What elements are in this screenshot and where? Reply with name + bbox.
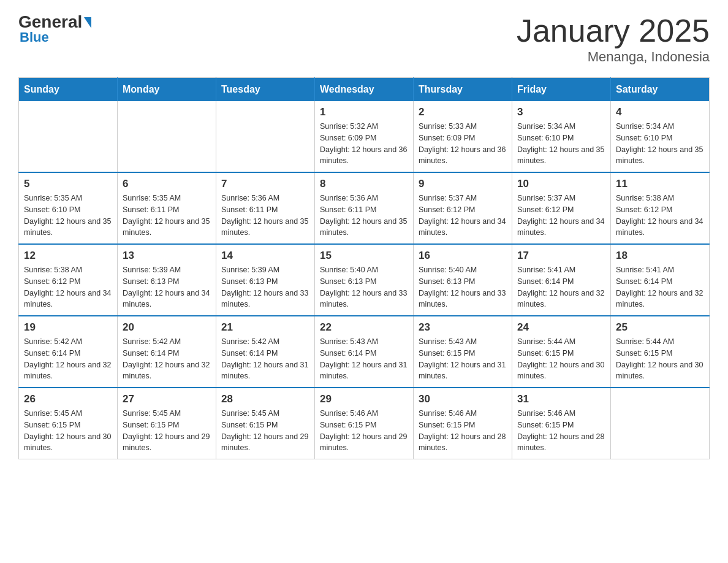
day-info: Sunrise: 5:34 AM Sunset: 6:10 PM Dayligh… <box>616 121 704 167</box>
day-number: 10 <box>517 178 605 190</box>
calendar-week-row: 1Sunrise: 5:32 AM Sunset: 6:09 PM Daylig… <box>19 101 710 172</box>
day-number: 27 <box>123 393 211 405</box>
calendar-cell: 13Sunrise: 5:39 AM Sunset: 6:13 PM Dayli… <box>118 244 216 316</box>
day-info: Sunrise: 5:34 AM Sunset: 6:10 PM Dayligh… <box>517 121 605 167</box>
calendar-body: 1Sunrise: 5:32 AM Sunset: 6:09 PM Daylig… <box>19 101 710 459</box>
day-info: Sunrise: 5:46 AM Sunset: 6:15 PM Dayligh… <box>517 408 605 454</box>
calendar-cell: 18Sunrise: 5:41 AM Sunset: 6:14 PM Dayli… <box>611 244 710 316</box>
day-number: 8 <box>320 178 408 190</box>
calendar-week-row: 26Sunrise: 5:45 AM Sunset: 6:15 PM Dayli… <box>19 388 710 459</box>
calendar-cell <box>216 101 315 172</box>
calendar-cell: 4Sunrise: 5:34 AM Sunset: 6:10 PM Daylig… <box>611 101 710 172</box>
day-info: Sunrise: 5:35 AM Sunset: 6:11 PM Dayligh… <box>123 193 211 239</box>
calendar-cell: 1Sunrise: 5:32 AM Sunset: 6:09 PM Daylig… <box>315 101 414 172</box>
calendar-cell: 10Sunrise: 5:37 AM Sunset: 6:12 PM Dayli… <box>512 172 611 244</box>
logo-arrow-icon <box>84 17 91 28</box>
day-info: Sunrise: 5:45 AM Sunset: 6:15 PM Dayligh… <box>24 408 112 454</box>
day-info: Sunrise: 5:40 AM Sunset: 6:13 PM Dayligh… <box>320 264 408 310</box>
calendar-cell <box>19 101 118 172</box>
day-number: 22 <box>320 321 408 334</box>
day-info: Sunrise: 5:44 AM Sunset: 6:15 PM Dayligh… <box>517 336 605 382</box>
logo: General Blue <box>18 12 91 45</box>
day-of-week-header: Friday <box>512 78 611 102</box>
calendar-cell: 31Sunrise: 5:46 AM Sunset: 6:15 PM Dayli… <box>512 388 611 459</box>
day-info: Sunrise: 5:36 AM Sunset: 6:11 PM Dayligh… <box>320 193 408 239</box>
calendar-cell: 7Sunrise: 5:36 AM Sunset: 6:11 PM Daylig… <box>216 172 315 244</box>
day-number: 4 <box>616 106 704 118</box>
calendar-cell <box>611 388 710 459</box>
calendar-cell <box>118 101 216 172</box>
calendar-cell: 2Sunrise: 5:33 AM Sunset: 6:09 PM Daylig… <box>414 101 512 172</box>
calendar-week-row: 5Sunrise: 5:35 AM Sunset: 6:10 PM Daylig… <box>19 172 710 244</box>
day-info: Sunrise: 5:41 AM Sunset: 6:14 PM Dayligh… <box>616 264 704 310</box>
day-info: Sunrise: 5:33 AM Sunset: 6:09 PM Dayligh… <box>419 121 507 167</box>
day-of-week-header: Sunday <box>19 78 118 102</box>
day-number: 3 <box>517 106 605 118</box>
day-info: Sunrise: 5:45 AM Sunset: 6:15 PM Dayligh… <box>123 408 211 454</box>
day-number: 24 <box>517 321 605 334</box>
day-number: 20 <box>123 321 211 334</box>
day-info: Sunrise: 5:39 AM Sunset: 6:13 PM Dayligh… <box>123 264 211 310</box>
calendar-cell: 12Sunrise: 5:38 AM Sunset: 6:12 PM Dayli… <box>19 244 118 316</box>
day-number: 9 <box>419 178 507 190</box>
day-info: Sunrise: 5:38 AM Sunset: 6:12 PM Dayligh… <box>616 193 704 239</box>
day-of-week-header: Thursday <box>414 78 512 102</box>
day-info: Sunrise: 5:42 AM Sunset: 6:14 PM Dayligh… <box>221 336 309 382</box>
calendar-cell: 21Sunrise: 5:42 AM Sunset: 6:14 PM Dayli… <box>216 316 315 388</box>
day-number: 16 <box>419 250 507 262</box>
calendar-cell: 25Sunrise: 5:44 AM Sunset: 6:15 PM Dayli… <box>611 316 710 388</box>
calendar-cell: 8Sunrise: 5:36 AM Sunset: 6:11 PM Daylig… <box>315 172 414 244</box>
day-number: 12 <box>24 250 112 262</box>
day-number: 14 <box>221 250 309 262</box>
calendar-cell: 30Sunrise: 5:46 AM Sunset: 6:15 PM Dayli… <box>414 388 512 459</box>
day-info: Sunrise: 5:42 AM Sunset: 6:14 PM Dayligh… <box>24 336 112 382</box>
calendar-cell: 20Sunrise: 5:42 AM Sunset: 6:14 PM Dayli… <box>118 316 216 388</box>
calendar-cell: 6Sunrise: 5:35 AM Sunset: 6:11 PM Daylig… <box>118 172 216 244</box>
day-of-week-header: Saturday <box>611 78 710 102</box>
day-info: Sunrise: 5:42 AM Sunset: 6:14 PM Dayligh… <box>123 336 211 382</box>
day-info: Sunrise: 5:40 AM Sunset: 6:13 PM Dayligh… <box>419 264 507 310</box>
day-number: 1 <box>320 106 408 118</box>
day-number: 23 <box>419 321 507 334</box>
calendar-subtitle: Menanga, Indonesia <box>517 49 710 65</box>
day-number: 7 <box>221 178 309 190</box>
day-number: 11 <box>616 178 704 190</box>
day-info: Sunrise: 5:43 AM Sunset: 6:14 PM Dayligh… <box>320 336 408 382</box>
day-number: 18 <box>616 250 704 262</box>
day-info: Sunrise: 5:37 AM Sunset: 6:12 PM Dayligh… <box>517 193 605 239</box>
day-number: 6 <box>123 178 211 190</box>
day-number: 19 <box>24 321 112 334</box>
calendar-cell: 14Sunrise: 5:39 AM Sunset: 6:13 PM Dayli… <box>216 244 315 316</box>
days-of-week-row: SundayMondayTuesdayWednesdayThursdayFrid… <box>19 78 710 102</box>
calendar-cell: 5Sunrise: 5:35 AM Sunset: 6:10 PM Daylig… <box>19 172 118 244</box>
calendar-cell: 11Sunrise: 5:38 AM Sunset: 6:12 PM Dayli… <box>611 172 710 244</box>
calendar-cell: 23Sunrise: 5:43 AM Sunset: 6:15 PM Dayli… <box>414 316 512 388</box>
day-number: 13 <box>123 250 211 262</box>
calendar-week-row: 19Sunrise: 5:42 AM Sunset: 6:14 PM Dayli… <box>19 316 710 388</box>
calendar-cell: 19Sunrise: 5:42 AM Sunset: 6:14 PM Dayli… <box>19 316 118 388</box>
day-of-week-header: Tuesday <box>216 78 315 102</box>
day-info: Sunrise: 5:46 AM Sunset: 6:15 PM Dayligh… <box>320 408 408 454</box>
day-info: Sunrise: 5:32 AM Sunset: 6:09 PM Dayligh… <box>320 121 408 167</box>
calendar-week-row: 12Sunrise: 5:38 AM Sunset: 6:12 PM Dayli… <box>19 244 710 316</box>
calendar-cell: 16Sunrise: 5:40 AM Sunset: 6:13 PM Dayli… <box>414 244 512 316</box>
day-number: 15 <box>320 250 408 262</box>
day-info: Sunrise: 5:38 AM Sunset: 6:12 PM Dayligh… <box>24 264 112 310</box>
page-header: General Blue January 2025 Menanga, Indon… <box>18 12 710 65</box>
day-number: 21 <box>221 321 309 334</box>
day-info: Sunrise: 5:37 AM Sunset: 6:12 PM Dayligh… <box>419 193 507 239</box>
calendar-cell: 9Sunrise: 5:37 AM Sunset: 6:12 PM Daylig… <box>414 172 512 244</box>
day-number: 31 <box>517 393 605 405</box>
calendar-table: SundayMondayTuesdayWednesdayThursdayFrid… <box>18 77 710 459</box>
day-info: Sunrise: 5:36 AM Sunset: 6:11 PM Dayligh… <box>221 193 309 239</box>
calendar-cell: 22Sunrise: 5:43 AM Sunset: 6:14 PM Dayli… <box>315 316 414 388</box>
calendar-header: SundayMondayTuesdayWednesdayThursdayFrid… <box>19 78 710 102</box>
calendar-cell: 27Sunrise: 5:45 AM Sunset: 6:15 PM Dayli… <box>118 388 216 459</box>
calendar-cell: 29Sunrise: 5:46 AM Sunset: 6:15 PM Dayli… <box>315 388 414 459</box>
calendar-cell: 24Sunrise: 5:44 AM Sunset: 6:15 PM Dayli… <box>512 316 611 388</box>
day-info: Sunrise: 5:44 AM Sunset: 6:15 PM Dayligh… <box>616 336 704 382</box>
day-info: Sunrise: 5:43 AM Sunset: 6:15 PM Dayligh… <box>419 336 507 382</box>
day-of-week-header: Wednesday <box>315 78 414 102</box>
logo-blue-text: Blue <box>20 29 49 45</box>
day-number: 5 <box>24 178 112 190</box>
